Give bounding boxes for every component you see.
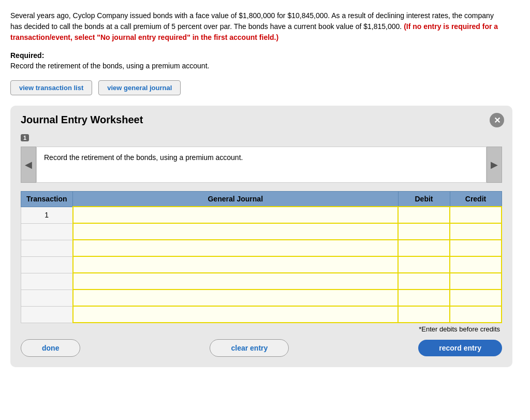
credit-cell[interactable] <box>450 306 502 323</box>
transaction-number-cell <box>21 289 73 306</box>
worksheet-title: Journal Entry Worksheet <box>21 114 502 126</box>
transaction-number-cell <box>21 240 73 256</box>
debit-input[interactable] <box>402 244 446 252</box>
credit-cell[interactable] <box>450 207 502 223</box>
debit-cell[interactable] <box>398 306 450 323</box>
debit-cell[interactable] <box>398 273 450 289</box>
transaction-nav: ◀ Record the retirement of the bonds, us… <box>21 147 502 183</box>
general-journal-input[interactable] <box>77 261 395 269</box>
debit-cell[interactable] <box>398 256 450 273</box>
general-journal-input[interactable] <box>77 228 395 236</box>
clear-entry-button[interactable]: clear entry <box>210 339 289 357</box>
credit-input[interactable] <box>453 294 498 302</box>
credit-input[interactable] <box>453 261 498 269</box>
debit-input[interactable] <box>402 211 446 219</box>
credit-input[interactable] <box>453 244 498 252</box>
table-row <box>21 256 502 273</box>
transaction-number-cell <box>21 273 73 289</box>
bottom-buttons: done clear entry record entry <box>21 339 502 357</box>
table-row <box>21 223 502 240</box>
general-journal-cell[interactable] <box>73 207 399 223</box>
debit-input[interactable] <box>402 228 446 236</box>
general-journal-cell[interactable] <box>73 256 399 273</box>
journal-entry-worksheet: Journal Entry Worksheet ✕ 1 ◀ Record the… <box>10 106 512 367</box>
required-text: Record the retirement of the bonds, usin… <box>10 62 209 70</box>
general-journal-input[interactable] <box>77 278 395 285</box>
debit-cell[interactable] <box>398 207 450 223</box>
credit-input[interactable] <box>453 311 498 318</box>
credit-input[interactable] <box>453 228 498 236</box>
transaction-number-cell: 1 <box>21 207 73 223</box>
col-header-general-journal: General Journal <box>73 192 399 207</box>
transaction-number-cell <box>21 256 73 273</box>
close-button[interactable]: ✕ <box>490 113 504 127</box>
journal-table: Transaction General Journal Debit Credit… <box>21 191 502 323</box>
table-row: 1 <box>21 207 502 223</box>
general-journal-cell[interactable] <box>73 223 399 240</box>
general-journal-cell[interactable] <box>73 306 399 323</box>
credit-input[interactable] <box>453 211 498 219</box>
credit-cell[interactable] <box>450 289 502 306</box>
col-header-transaction: Transaction <box>21 192 73 207</box>
general-journal-input[interactable] <box>77 244 395 252</box>
debit-input[interactable] <box>402 294 446 302</box>
general-journal-cell[interactable] <box>73 240 399 256</box>
debit-cell[interactable] <box>398 289 450 306</box>
credit-cell[interactable] <box>450 240 502 256</box>
done-button[interactable]: done <box>21 339 80 357</box>
table-row <box>21 240 502 256</box>
general-journal-cell[interactable] <box>73 289 399 306</box>
col-header-debit: Debit <box>398 192 450 207</box>
transaction-number-cell <box>21 306 73 323</box>
transaction-badge: 1 <box>21 134 29 141</box>
view-general-journal-button[interactable]: view general journal <box>98 80 181 95</box>
required-section: Required: Record the retirement of the b… <box>10 51 520 70</box>
debit-input[interactable] <box>402 261 446 269</box>
debit-input[interactable] <box>402 311 446 318</box>
debit-cell[interactable] <box>398 223 450 240</box>
table-row <box>21 306 502 323</box>
general-journal-input[interactable] <box>77 211 395 219</box>
record-entry-button[interactable]: record entry <box>418 340 502 356</box>
top-button-row: view transaction list view general journ… <box>10 80 520 95</box>
table-row <box>21 273 502 289</box>
problem-text: Several years ago, Cyclop Company issued… <box>10 10 507 43</box>
view-transaction-list-button[interactable]: view transaction list <box>10 80 92 95</box>
general-journal-input[interactable] <box>77 311 395 318</box>
required-label: Required: <box>10 51 520 60</box>
credit-cell[interactable] <box>450 273 502 289</box>
debit-input[interactable] <box>402 278 446 285</box>
general-journal-input[interactable] <box>77 294 395 302</box>
debit-cell[interactable] <box>398 240 450 256</box>
general-journal-cell[interactable] <box>73 273 399 289</box>
credit-cell[interactable] <box>450 256 502 273</box>
transaction-number-cell <box>21 223 73 240</box>
transaction-description: Record the retirement of the bonds, usin… <box>36 147 487 183</box>
enter-debits-note: *Enter debits before credits <box>21 325 502 333</box>
credit-input[interactable] <box>453 278 498 285</box>
col-header-credit: Credit <box>450 192 502 207</box>
table-row <box>21 289 502 306</box>
nav-right-arrow[interactable]: ▶ <box>487 147 502 183</box>
nav-left-arrow[interactable]: ◀ <box>21 147 36 183</box>
credit-cell[interactable] <box>450 223 502 240</box>
